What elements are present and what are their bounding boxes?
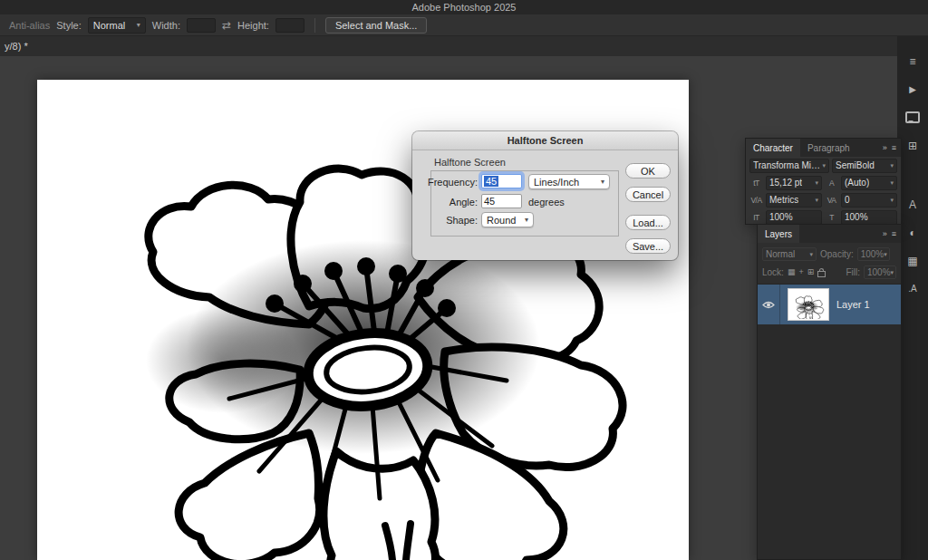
tab-layers[interactable]: Layers	[758, 225, 799, 243]
layer-name[interactable]: Layer 1	[836, 299, 870, 310]
options-divider	[314, 18, 315, 33]
history-panel-icon[interactable]: ≡	[904, 54, 921, 68]
patterns-panel-icon[interactable]: ▦	[904, 254, 921, 267]
opacity-field[interactable]: 100% ▾	[857, 247, 890, 261]
photoshop-window: Adobe Photoshop 2025 Anti-alias Style: N…	[0, 0, 928, 560]
angle-suffix: degrees	[528, 197, 565, 208]
cancel-button[interactable]: Cancel	[625, 187, 671, 202]
lock-all-icon[interactable]	[817, 271, 826, 277]
vertical-scale-value: 100%	[769, 212, 793, 222]
kerning-dropdown[interactable]: Metrics ▾	[766, 193, 822, 208]
chevron-down-icon: ▾	[815, 179, 818, 187]
fill-value: 100%	[867, 267, 891, 277]
lock-fill-row: Lock: ▦ + ⊞ Fill: 100% ▾	[758, 263, 901, 285]
style-value: Normal	[93, 20, 125, 31]
tracking-icon: VA	[825, 196, 838, 205]
shape-value: Round	[487, 215, 516, 226]
style-dropdown[interactable]: Normal ▾	[88, 17, 146, 34]
lock-label: Lock:	[762, 267, 784, 277]
horizontal-scale-value: 100%	[845, 212, 868, 222]
lock-position-icon[interactable]: +	[798, 268, 803, 276]
chevron-down-icon: ▾	[891, 269, 894, 276]
leading-dropdown[interactable]: (Auto) ▾	[841, 176, 897, 190]
layer-thumbnail[interactable]	[788, 288, 829, 321]
halftone-group-label: Halftone Screen	[434, 157, 506, 168]
angle-value: 45	[484, 196, 495, 207]
libraries-panel-icon[interactable]: ⊞	[904, 139, 921, 152]
app-title: Adobe Photoshop 2025	[412, 2, 517, 13]
character-panel: Character Paragraph » ≡ Transforma Mix_T…	[745, 138, 902, 225]
font-family-value: Transforma Mix_Tr...	[753, 160, 822, 170]
swap-dimensions-icon[interactable]: ⇄	[222, 20, 231, 31]
blend-mode-dropdown[interactable]: Normal ▾	[762, 247, 817, 261]
font-family-dropdown[interactable]: Transforma Mix_Tr... ▾	[749, 159, 829, 173]
panel-collapse-icon[interactable]: »	[883, 143, 887, 152]
frequency-unit-value: Lines/Inch	[534, 177, 579, 188]
angle-label: Angle:	[412, 197, 478, 208]
titlebar: Adobe Photoshop 2025	[0, 0, 928, 14]
dialog-titlebar[interactable]: Halftone Screen	[412, 131, 678, 150]
panel-collapse-icon[interactable]: »	[883, 229, 887, 238]
style-label: Style:	[56, 20, 82, 31]
tracking-dropdown[interactable]: 0 ▾	[841, 193, 897, 208]
blend-opacity-row: Normal ▾ Opacity: 100% ▾	[758, 243, 901, 263]
select-and-mask-button[interactable]: Select and Mask...	[325, 17, 428, 34]
chevron-down-icon: ▾	[890, 162, 894, 169]
kerning-tracking-row: V/A Metrics ▾ VA 0 ▾	[746, 191, 901, 208]
glyphs-panel-icon[interactable]: .A	[904, 282, 921, 295]
layer-row-selected[interactable]: Layer 1	[758, 285, 901, 324]
character-panel-icon[interactable]: A	[904, 198, 921, 211]
adjustments-panel-icon[interactable]: ◐	[904, 226, 921, 239]
tracking-value: 0	[845, 195, 850, 205]
font-row: Transforma Mix_Tr... ▾ SemiBold ▾	[746, 157, 901, 174]
font-size-dropdown[interactable]: 15,12 pt ▾	[766, 176, 822, 190]
frequency-input[interactable]: 45	[481, 174, 522, 188]
load-button[interactable]: Load...	[625, 215, 671, 230]
vertical-scale-icon: IT	[749, 213, 763, 222]
height-input[interactable]	[276, 18, 304, 33]
save-button[interactable]: Save...	[625, 238, 671, 254]
kerning-icon: V/A	[749, 196, 763, 205]
kerning-value: Metrics	[769, 195, 798, 205]
panel-menu-icon[interactable]: ≡	[892, 143, 896, 152]
lock-artboard-icon[interactable]: ⊞	[807, 268, 815, 276]
lock-transparency-icon[interactable]: ▦	[788, 268, 796, 276]
frequency-value: 45	[484, 176, 498, 187]
tab-character[interactable]: Character	[746, 139, 800, 157]
vertical-scale-field[interactable]: 100%	[766, 210, 822, 225]
width-input[interactable]	[187, 18, 216, 33]
chevron-down-icon: ▾	[890, 179, 894, 187]
chevron-down-icon: ▾	[601, 178, 604, 186]
leading-icon: A	[825, 179, 838, 188]
size-leading-row: tT 15,12 pt ▾ A (Auto) ▾	[746, 174, 901, 191]
font-style-dropdown[interactable]: SemiBold ▾	[832, 159, 897, 173]
panel-menu-icon[interactable]: ≡	[892, 229, 896, 238]
character-panel-tabs: Character Paragraph » ≡	[746, 139, 901, 157]
comments-panel-icon[interactable]	[904, 111, 921, 124]
layer-visibility-toggle[interactable]	[758, 285, 780, 324]
chevron-down-icon: ▾	[822, 162, 826, 169]
angle-input[interactable]: 45	[481, 194, 522, 208]
chevron-down-icon: ▾	[884, 251, 887, 258]
layers-panel-tabs: Layers » ≡	[758, 225, 901, 243]
leading-value: (Auto)	[845, 178, 869, 188]
fill-field[interactable]: 100% ▾	[864, 266, 896, 279]
width-label: Width:	[152, 20, 180, 31]
shape-label: Shape:	[412, 215, 478, 226]
dialog-title: Halftone Screen	[508, 135, 584, 146]
frequency-unit-dropdown[interactable]: Lines/Inch ▾	[528, 174, 610, 189]
comment-bubble-icon	[905, 111, 920, 123]
document-tab[interactable]: y/8) *	[5, 41, 28, 52]
layer-list: Layer 1	[758, 285, 901, 559]
anti-alias-option[interactable]: Anti-alias	[9, 20, 50, 31]
dialog-body: Halftone Screen Frequency: 45 Lines/Inch…	[412, 150, 678, 261]
ok-button[interactable]: OK	[625, 163, 671, 179]
eye-icon	[762, 301, 775, 309]
horizontal-scale-field[interactable]: 100%	[841, 210, 897, 225]
tab-paragraph[interactable]: Paragraph	[800, 139, 857, 157]
shape-dropdown[interactable]: Round ▾	[481, 212, 534, 227]
chevron-down-icon: ▾	[815, 197, 818, 204]
height-label: Height:	[237, 20, 269, 31]
document-tab-bar: y/8) *	[0, 36, 928, 56]
actions-panel-icon[interactable]: ▶	[904, 82, 921, 96]
